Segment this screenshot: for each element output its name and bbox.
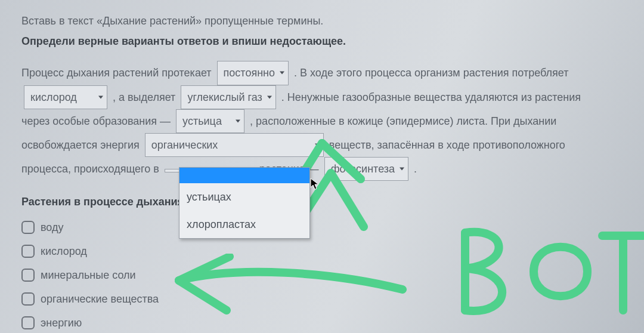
select-2[interactable]: кислород (24, 85, 107, 109)
checkbox-label: органические вещества (41, 289, 159, 309)
chevron-down-icon (400, 168, 404, 171)
passage-text: . (414, 163, 417, 175)
passage-text: через особые образования — (21, 115, 171, 127)
checkbox-row[interactable]: минеральные соли (21, 265, 623, 285)
select-3[interactable]: углекислый газ (181, 85, 275, 109)
dropdown-option[interactable]: хлоропластах (179, 211, 309, 238)
dropdown-option[interactable]: устьицах (179, 183, 309, 211)
checkbox-list: воду кислород минеральные соли органичес… (21, 217, 623, 334)
chevron-down-icon (267, 95, 272, 98)
checkbox-row[interactable]: энергию (21, 313, 623, 333)
mouse-cursor-icon (310, 178, 320, 191)
select-1[interactable]: постоянно (217, 61, 289, 85)
checkbox-label: кислород (41, 241, 87, 261)
instruction-line-2: Определи верные варианты ответов и впиши… (21, 31, 623, 51)
checkbox-icon[interactable] (21, 221, 35, 234)
checkbox-row[interactable]: кислород (21, 241, 623, 261)
passage-text: освобождается энергия (21, 139, 140, 151)
select-4[interactable]: устьица (176, 109, 244, 133)
question-2: Растения в процессе дыхания выделяют (21, 192, 623, 212)
passage-text: Процесс дыхания растений протекает (21, 67, 212, 79)
instructions: Вставь в текст «Дыхание растений» пропущ… (21, 11, 623, 51)
select-5[interactable]: органических (145, 133, 324, 157)
dropdown-menu[interactable]: устьицах хлоропластах (179, 167, 310, 239)
passage-text: , расположенные в кожице (эпидермисе) ли… (250, 115, 556, 127)
checkbox-label: воду (41, 217, 63, 238)
chevron-down-icon (280, 72, 284, 75)
chevron-down-icon (236, 119, 240, 122)
fill-passage: Процесс дыхания растений протекает посто… (21, 61, 623, 181)
select-7[interactable]: фотосинтеза (324, 157, 408, 181)
checkbox-icon[interactable] (21, 292, 35, 306)
checkbox-icon[interactable] (21, 269, 35, 282)
checkbox-label: минеральные соли (41, 265, 136, 285)
passage-text: процесса, происходящего в (21, 163, 159, 175)
checkbox-icon[interactable] (21, 316, 35, 329)
passage-text: веществ, запасённая в ходе противоположн… (329, 139, 565, 151)
chevron-down-icon (98, 95, 103, 98)
checkbox-label: энергию (41, 313, 82, 333)
instruction-line-1: Вставь в текст «Дыхание растений» пропущ… (21, 11, 623, 31)
passage-text: . В ходе этого процесса организм растени… (294, 67, 568, 79)
passage-text: . Ненужные газообразные вещества удаляют… (281, 91, 581, 103)
checkbox-row[interactable]: воду (21, 217, 623, 238)
checkbox-icon[interactable] (21, 245, 35, 258)
checkbox-row[interactable]: органические вещества (21, 289, 623, 309)
passage-text: , а выделяет (113, 91, 175, 103)
dropdown-option-blank-selected[interactable] (179, 168, 309, 183)
chevron-down-icon (315, 144, 320, 147)
